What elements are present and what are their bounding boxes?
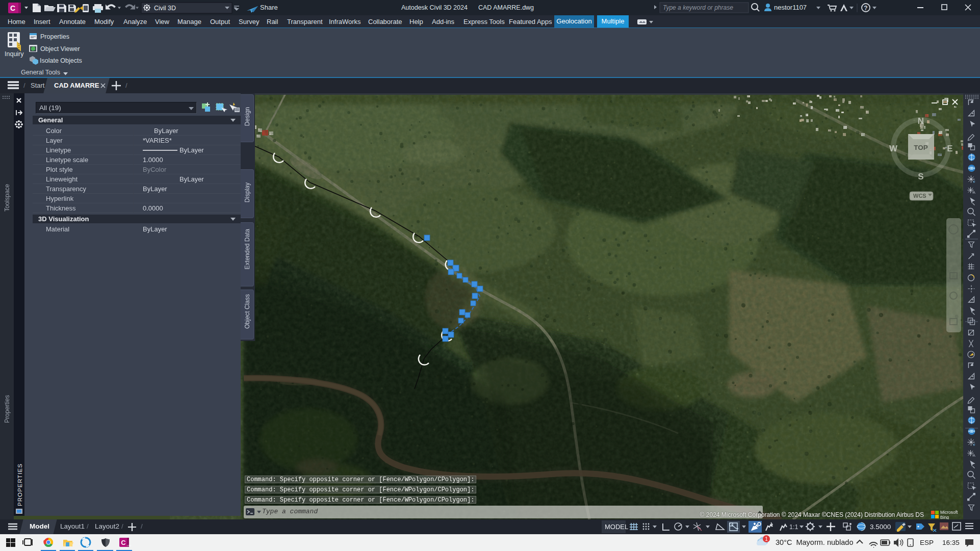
svg-text:W: W xyxy=(889,144,898,153)
svg-text:S: S xyxy=(918,172,923,181)
svg-text:Microsoft: Microsoft xyxy=(940,510,958,515)
svg-text:PROPERTIES: PROPERTIES xyxy=(17,463,23,506)
svg-text:Civil 3D: Civil 3D xyxy=(154,5,176,12)
svg-text:#: # xyxy=(973,180,975,183)
svg-text:nestor1107: nestor1107 xyxy=(774,4,807,11)
svg-text:16:35: 16:35 xyxy=(942,539,960,546)
svg-text:ESP: ESP xyxy=(920,539,934,546)
svg-text:A: A xyxy=(973,453,976,458)
svg-text:C: C xyxy=(121,539,126,546)
svg-text:Autodesk Civil 3D 2024: Autodesk Civil 3D 2024 xyxy=(401,4,468,11)
svg-text:CSD: CSD xyxy=(127,544,132,547)
svg-text:C: C xyxy=(10,4,15,12)
svg-text:N: N xyxy=(918,116,924,126)
svg-text:WCS: WCS xyxy=(913,193,926,199)
svg-text:CAD AMARRE.dwg: CAD AMARRE.dwg xyxy=(478,4,534,11)
svg-text:E: E xyxy=(947,144,952,153)
svg-text:1:1: 1:1 xyxy=(789,523,798,531)
svg-text:#: # xyxy=(973,443,975,447)
svg-text:TOP: TOP xyxy=(914,144,928,151)
svg-text:Share: Share xyxy=(260,4,278,11)
svg-text:3.5000: 3.5000 xyxy=(870,523,891,531)
svg-text:?: ? xyxy=(864,5,867,12)
svg-text:Type a keyword or phrase: Type a keyword or phrase xyxy=(663,4,733,11)
svg-text:30°C Mayorm. nublado: 30°C Mayorm. nublado xyxy=(776,538,853,546)
svg-text:A: A xyxy=(973,190,976,195)
svg-text:1: 1 xyxy=(765,536,768,542)
